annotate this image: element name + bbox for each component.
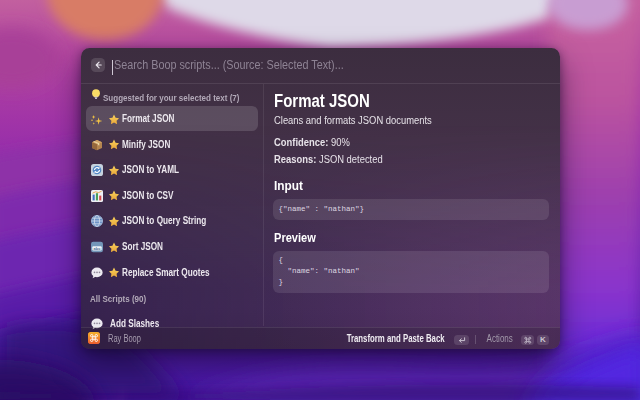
svg-text:abc: abc <box>94 246 102 251</box>
